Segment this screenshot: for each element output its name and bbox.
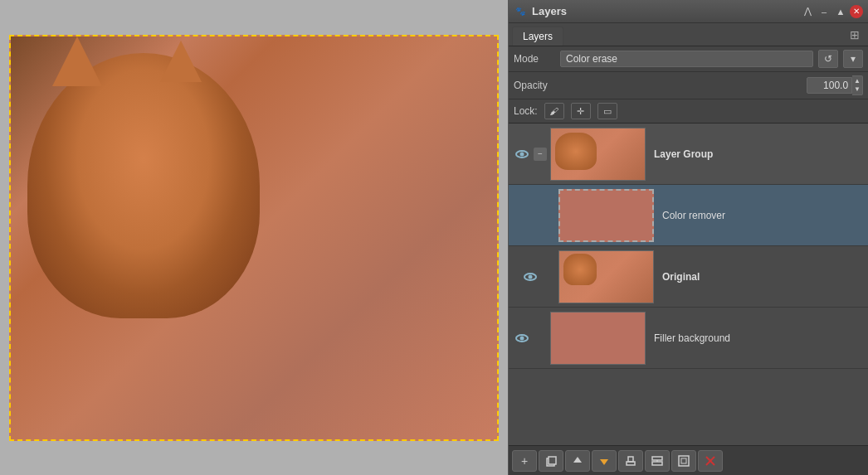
duplicate-layer-button[interactable] bbox=[539, 450, 563, 472]
eye-icon bbox=[515, 334, 529, 342]
delete-layer-button[interactable] bbox=[698, 450, 723, 472]
add-layer-button[interactable]: + bbox=[512, 450, 537, 472]
to-image-button[interactable] bbox=[671, 450, 696, 472]
collapse-all-button[interactable]: ⋀ bbox=[800, 4, 815, 19]
mode-reset-button[interactable]: ↺ bbox=[818, 50, 838, 68]
close-button[interactable]: ✕ bbox=[850, 5, 863, 18]
hidden-icon bbox=[524, 211, 537, 220]
layer-name: Layer Group bbox=[649, 148, 713, 160]
layers-tab[interactable]: Layers bbox=[512, 27, 563, 46]
svg-marker-2 bbox=[573, 457, 582, 463]
layer-item[interactable]: Color remover bbox=[509, 185, 868, 246]
svg-rect-9 bbox=[679, 456, 689, 466]
svg-rect-4 bbox=[628, 457, 633, 462]
layer-thumbnail bbox=[558, 189, 654, 242]
lock-label: Lock: bbox=[514, 105, 538, 117]
opacity-input[interactable]: 100.0 bbox=[807, 77, 852, 94]
svg-rect-1 bbox=[549, 457, 556, 464]
duplicate-icon bbox=[544, 454, 558, 468]
anchor-icon bbox=[624, 454, 637, 468]
layer-name: Original bbox=[657, 271, 700, 283]
lock-paint-button[interactable]: 🖌 bbox=[544, 103, 564, 119]
panel-title-controls: ⋀ – ▲ ✕ bbox=[800, 4, 863, 19]
layers-list[interactable]: − Layer Group Color remover Original bbox=[509, 124, 868, 445]
lock-row: Lock: 🖌 ✛ ▭ bbox=[509, 99, 868, 124]
mode-select[interactable]: Normal Dissolve Multiply Screen Overlay … bbox=[560, 51, 813, 67]
layer-name: Color remover bbox=[657, 210, 725, 221]
layer-item[interactable]: − Layer Group bbox=[509, 124, 868, 185]
lock-alpha-button[interactable]: ▭ bbox=[597, 103, 617, 119]
svg-marker-3 bbox=[600, 459, 608, 465]
layer-thumbnail bbox=[550, 312, 646, 365]
visibility-toggle[interactable] bbox=[522, 207, 539, 224]
mode-label: Mode bbox=[514, 53, 555, 65]
panel-icon: 🐾 bbox=[514, 5, 527, 18]
panel-title: Layers bbox=[532, 5, 567, 17]
opacity-spinner[interactable]: ▲ ▼ bbox=[852, 75, 863, 95]
tab-bar: Layers ⊞ bbox=[509, 23, 868, 46]
canvas-area bbox=[0, 0, 508, 475]
opacity-label: Opacity bbox=[514, 80, 802, 91]
raise-layer-button[interactable] bbox=[565, 450, 590, 472]
to-image-icon bbox=[677, 454, 690, 468]
delete-icon bbox=[704, 454, 717, 468]
panel-title-left: 🐾 Layers bbox=[514, 5, 567, 18]
cat-ear-right bbox=[160, 41, 202, 82]
panel-titlebar: 🐾 Layers ⋀ – ▲ ✕ bbox=[509, 0, 868, 23]
lower-layer-button[interactable] bbox=[592, 450, 617, 472]
cat-ear-left bbox=[52, 36, 102, 86]
layer-thumbnail bbox=[550, 128, 646, 181]
merge-icon bbox=[651, 454, 664, 468]
layers-panel: 🐾 Layers ⋀ – ▲ ✕ Layers ⊞ Mode Normal Di… bbox=[508, 0, 868, 475]
svg-rect-10 bbox=[681, 458, 686, 463]
up-icon bbox=[571, 454, 584, 468]
visibility-toggle[interactable] bbox=[514, 146, 530, 162]
collapse-button[interactable]: − bbox=[534, 148, 547, 161]
opacity-down-button[interactable]: ▼ bbox=[854, 85, 861, 94]
eye-icon bbox=[524, 273, 537, 281]
merge-layer-button[interactable] bbox=[645, 450, 670, 472]
visibility-toggle[interactable] bbox=[522, 269, 539, 285]
eye-icon bbox=[515, 150, 529, 158]
minimize-button[interactable]: – bbox=[817, 4, 831, 19]
layer-thumbnail bbox=[558, 250, 654, 303]
layer-item[interactable]: Original bbox=[509, 246, 868, 308]
visibility-toggle[interactable] bbox=[514, 330, 530, 347]
bottom-toolbar: + bbox=[509, 445, 868, 475]
svg-rect-7 bbox=[652, 462, 662, 465]
svg-rect-6 bbox=[652, 457, 662, 460]
tab-close-button[interactable]: ⊞ bbox=[845, 27, 865, 43]
layer-name: Filler background bbox=[649, 332, 730, 344]
anchor-layer-button[interactable] bbox=[618, 450, 643, 472]
maximize-button[interactable]: ▲ bbox=[833, 4, 848, 19]
cat-head bbox=[27, 53, 260, 318]
svg-rect-5 bbox=[627, 462, 635, 465]
lock-position-button[interactable]: ✛ bbox=[571, 103, 591, 119]
mode-row: Mode Normal Dissolve Multiply Screen Ove… bbox=[509, 46, 868, 72]
layer-item[interactable]: Filler background bbox=[509, 308, 868, 369]
opacity-up-button[interactable]: ▲ bbox=[854, 77, 861, 85]
down-icon bbox=[597, 454, 611, 468]
opacity-row: Opacity 100.0 ▲ ▼ bbox=[509, 72, 868, 99]
mode-menu-button[interactable]: ▾ bbox=[843, 50, 863, 68]
canvas-image bbox=[9, 35, 499, 441]
